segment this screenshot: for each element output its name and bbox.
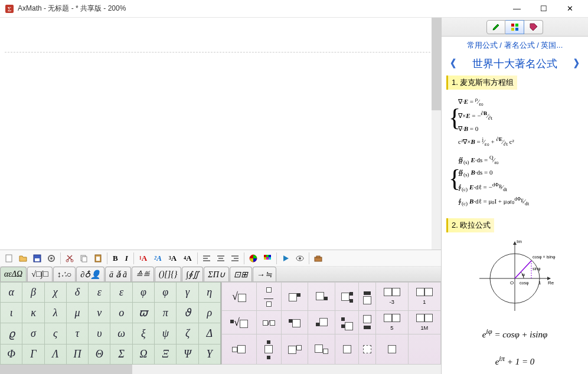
tpl-under[interactable] [359,311,376,334]
panel-tab-brush[interactable] [486,20,505,34]
greek-1-2[interactable]: λ [44,302,66,323]
new-button[interactable] [2,252,15,265]
tab-accents[interactable]: ä ǎ ã [105,267,131,281]
tpl-presub[interactable] [308,311,335,334]
tpl-over[interactable] [359,283,376,311]
tpl-r3c7[interactable] [375,334,408,364]
paste-button[interactable] [92,252,104,265]
tpl-r3c6[interactable] [359,334,376,364]
breadcrumb-item-2[interactable]: 英国... [541,41,563,50]
panel-tab-grid[interactable] [505,20,524,34]
breadcrumb-item-0[interactable]: 常用公式 [467,41,498,50]
greek-2-0[interactable]: ϱ [1,323,22,345]
greek-1-7[interactable]: π [155,302,177,323]
greek-3-1[interactable]: Γ [22,345,44,365]
greek-0-1[interactable]: β [22,283,44,303]
maxwell-equations[interactable]: { ∇·E = ρ⁄ε₀ ∇×E = −∂B⁄∂t ∇·B = 0 c²∇×B … [446,90,583,214]
greek-3-2[interactable]: Λ [44,345,66,365]
greek-1-1[interactable]: κ [22,302,44,323]
breadcrumb-item-1[interactable]: 著名公式 [504,41,535,50]
save-button[interactable] [31,252,44,265]
format-a3-button[interactable]: 3A [166,252,179,265]
format-a2-button[interactable]: 2A [151,252,165,265]
tpl-sub-n3[interactable]: -3 [375,283,408,311]
greek-2-6[interactable]: ξ [132,323,154,345]
next-button[interactable]: 》 [574,57,584,71]
greek-3-7[interactable]: Ξ [155,345,177,365]
greek-3-5[interactable]: Σ [110,345,132,365]
editor-area[interactable] [0,18,441,250]
greek-2-9[interactable]: Δ [198,323,220,345]
format-a1-button[interactable]: 1A [136,252,150,265]
greek-0-6[interactable]: φ [132,283,154,303]
tab-arrows2[interactable]: →≒ [253,267,276,281]
tpl-sup[interactable] [281,283,308,311]
greek-2-8[interactable]: ζ [177,323,198,345]
greek-1-5[interactable]: ο [110,302,132,323]
greek-2-3[interactable]: τ [66,323,88,345]
align-center-button[interactable] [214,252,227,265]
palette-hscroll[interactable] [0,365,441,374]
format-a4-button[interactable]: 4A [181,252,194,265]
tpl-slashfrac[interactable]: / [256,311,281,334]
greek-3-9[interactable]: Υ [198,345,220,365]
greek-1-8[interactable]: ϑ [177,302,198,323]
panel-tab-tag[interactable] [524,20,543,34]
greek-3-4[interactable]: Θ [89,345,110,365]
settings-button[interactable] [45,252,58,265]
greek-2-1[interactable]: σ [22,323,44,345]
tpl-r3c4[interactable] [308,334,335,364]
tpl-presupsub[interactable] [335,311,359,334]
tab-sums[interactable]: ΣΠ∪ [204,267,228,281]
greek-0-2[interactable]: χ [44,283,66,303]
greek-1-9[interactable]: ρ [198,302,220,323]
minimize-button[interactable]: — [504,1,530,17]
tab-arrows[interactable]: ↕∴○ [53,267,76,281]
euler-circle-plot[interactable]: Im Re 1 O cosφ + isinφ sinφ cosφ φ [446,232,583,320]
cut-button[interactable] [63,252,76,265]
tab-greek[interactable]: αεΔΩ [0,267,27,281]
greek-0-0[interactable]: α [1,283,22,303]
greek-1-4[interactable]: ν [89,302,110,323]
tpl-r3c5[interactable] [335,334,359,364]
tpl-supsub[interactable] [335,283,359,311]
tab-integrals[interactable]: ∫∮∬ [182,267,203,281]
greek-2-7[interactable]: ψ [155,323,177,345]
tpl-presup[interactable] [281,311,308,334]
copy-button[interactable] [77,252,90,265]
tpl-sub-1m[interactable]: 1M [408,311,440,334]
bold-button[interactable]: B [110,252,121,265]
align-left-button[interactable] [200,252,213,265]
euler-formula-2[interactable]: eiπ + 1 = 0 [446,347,583,374]
greek-2-2[interactable]: ς [44,323,66,345]
greek-3-0[interactable]: Φ [1,345,22,365]
greek-2-5[interactable]: ω [110,323,132,345]
tpl-r3c1[interactable] [222,334,257,364]
toolbox-button[interactable] [312,252,325,265]
greek-1-3[interactable]: μ [66,302,88,323]
close-button[interactable]: ✕ [557,1,583,17]
greek-0-9[interactable]: η [198,283,220,303]
align-right-button[interactable] [228,252,241,265]
tab-matrix[interactable]: ⊡⊞ [230,267,252,281]
greek-3-3[interactable]: Π [66,345,88,365]
tab-brackets[interactable]: ()[]{} [155,267,181,281]
tpl-r3c2[interactable] [256,334,281,364]
euler-formula-1[interactable]: eiφ = cosφ + isinφ [446,320,583,347]
tpl-frac[interactable] [256,283,281,311]
tab-misc[interactable]: ∂♁👤 [76,267,104,281]
italic-button[interactable]: I [122,252,131,265]
tpl-sub-1[interactable]: 1 [408,283,440,311]
tpl-sub-5[interactable]: 5 [375,311,408,334]
open-button[interactable] [17,252,30,265]
greek-0-4[interactable]: ε [89,283,110,303]
color-grid-button[interactable] [261,252,274,265]
maximize-button[interactable]: ☐ [530,1,557,17]
tpl-nroot[interactable]: √ [222,311,257,334]
greek-2-4[interactable]: υ [89,323,110,345]
greek-1-0[interactable]: ι [1,302,22,323]
tab-relations[interactable]: ≙≝ [132,267,154,281]
tab-templates[interactable]: √□∫□ [27,267,52,281]
preview-button[interactable] [293,252,306,265]
tpl-sub[interactable] [308,283,335,311]
